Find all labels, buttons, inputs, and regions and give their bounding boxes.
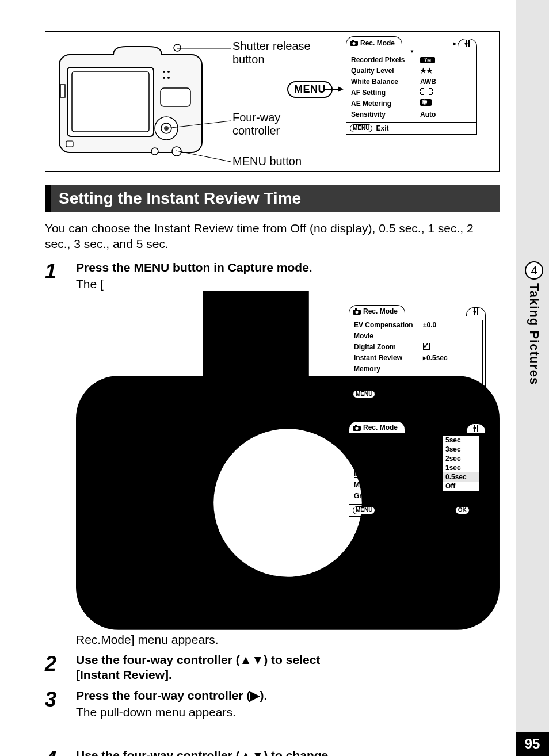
step-head: Use the four-way controller (▲▼) to sele… [76, 652, 344, 683]
side-chapter-label: Taking Pictures [527, 283, 542, 385]
callout-fourway: Four-way controller [232, 111, 325, 138]
value-7m-badge: 7M [420, 57, 435, 63]
svg-point-14 [163, 77, 165, 79]
svg-point-15 [167, 77, 170, 79]
step-head: Press the four-way controller (▶). [76, 688, 344, 703]
step-2: 2 Use the four-way controller (▲▼) to se… [45, 652, 344, 683]
svg-point-10 [151, 148, 158, 155]
svg-rect-3 [60, 85, 65, 97]
settings-tab-icon [464, 40, 471, 48]
svg-point-23 [353, 42, 356, 45]
svg-point-8 [164, 126, 169, 131]
lcd-tab-inactive [458, 39, 477, 48]
lcd-rec-mode-menu: Rec. Mode ▸ ▼ Recorded Pixels 7M Quality… [346, 36, 477, 135]
svg-point-4 [174, 44, 181, 51]
menu-item-white-balance: White Balance [351, 78, 420, 86]
step-number: 1 [45, 260, 76, 647]
step-head: Use the four-way controller (▲▼) to chan… [76, 748, 344, 756]
svg-point-9 [172, 147, 181, 156]
step-number: 4 [45, 748, 76, 756]
svg-rect-5 [161, 88, 190, 106]
menu-pill-large: MENU [287, 81, 333, 98]
step-sub: The pull-down menu appears. [76, 705, 344, 719]
svg-rect-11 [66, 141, 73, 147]
menu-item-quality-level: Quality Level [351, 67, 420, 75]
svg-rect-22 [352, 40, 354, 41]
step-sub: The [ Rec.Mode] menu appears. [76, 277, 500, 647]
step-4: 4 Use the four-way controller (▲▼) to ch… [45, 748, 344, 756]
svg-point-12 [163, 71, 165, 73]
side-chapter-tab: 4 Taking Pictures [525, 261, 543, 385]
callout-menu-button: MENU button [232, 155, 302, 168]
svg-marker-20 [338, 86, 344, 92]
step-3: 3 Press the four-way controller (▶). The… [45, 688, 344, 719]
value-sensitivity: Auto [420, 110, 473, 119]
lcd-tab-active: Rec. Mode [346, 36, 402, 48]
menu-item-ae-metering: AE Metering [351, 100, 420, 108]
scroll-down-icon: ▼ [351, 49, 473, 54]
camera-icon [76, 291, 500, 630]
menu-item-recorded-pixels: Recorded Pixels [351, 56, 420, 64]
svg-rect-24 [468, 40, 470, 47]
step-1: 1 Press the MENU button in Capture mode.… [45, 260, 500, 647]
side-chapter-number: 4 [525, 261, 543, 280]
camera-outline-illustration [56, 42, 205, 163]
svg-point-13 [167, 71, 170, 73]
top-diagram-frame: Shutter release button Four-way controll… [45, 31, 500, 172]
lcd-footer: MENU Exit [346, 122, 476, 134]
steps-list: 1 Press the MENU button in Capture mode.… [45, 260, 500, 756]
intro-paragraph: You can choose the Instant Review time f… [45, 220, 500, 252]
svg-point-27 [214, 429, 362, 577]
lcd-tab-title: Rec. Mode [360, 39, 395, 47]
svg-rect-26 [203, 291, 309, 397]
page-number: 95 [516, 732, 549, 756]
section-title: Setting the Instant Review Time [45, 185, 500, 212]
menu-item-af-setting: AF Setting [351, 89, 420, 97]
step-number: 3 [45, 688, 76, 719]
value-ae-icon [420, 99, 473, 108]
menu-item-sensitivity: Sensitivity [351, 110, 420, 119]
tab-arrow-icon: ▸ [453, 40, 456, 47]
step-head: Press the MENU button in Capture mode. [76, 260, 500, 275]
step-number: 2 [45, 652, 76, 683]
camera-icon [350, 40, 358, 46]
value-quality: ★★ [420, 67, 473, 75]
lcd-footer-exit: Exit [376, 124, 388, 132]
callout-shutter-release: Shutter release button [232, 40, 325, 66]
svg-rect-2 [72, 72, 149, 132]
value-af-icon [420, 88, 473, 97]
value-awb: AWB [420, 78, 473, 86]
menu-pill-small: MENU [350, 124, 372, 132]
